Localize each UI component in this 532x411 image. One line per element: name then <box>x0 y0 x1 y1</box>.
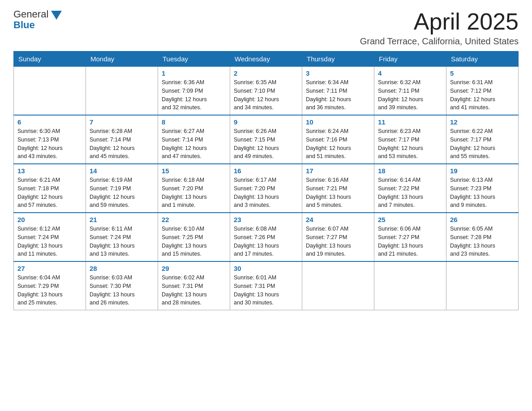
logo: General Blue <box>13 9 62 30</box>
day-info: Sunrise: 6:16 AM Sunset: 7:21 PM Dayligh… <box>306 176 370 210</box>
day-number: 6 <box>17 118 82 126</box>
day-info: Sunrise: 6:26 AM Sunset: 7:15 PM Dayligh… <box>234 127 298 161</box>
calendar-week-row: 1Sunrise: 6:36 AM Sunset: 7:09 PM Daylig… <box>14 67 519 116</box>
day-info: Sunrise: 6:31 AM Sunset: 7:12 PM Dayligh… <box>450 78 515 112</box>
day-info: Sunrise: 6:17 AM Sunset: 7:20 PM Dayligh… <box>234 176 298 210</box>
day-number: 24 <box>306 216 370 223</box>
calendar-week-row: 20Sunrise: 6:12 AM Sunset: 7:24 PM Dayli… <box>14 213 519 261</box>
day-info: Sunrise: 6:36 AM Sunset: 7:09 PM Dayligh… <box>162 78 226 112</box>
calendar-cell: 19Sunrise: 6:13 AM Sunset: 7:23 PM Dayli… <box>446 164 519 213</box>
day-number: 30 <box>234 265 298 272</box>
day-number: 23 <box>234 216 298 223</box>
calendar-week-row: 13Sunrise: 6:21 AM Sunset: 7:18 PM Dayli… <box>14 164 519 213</box>
title-section: April 2025 Grand Terrace, California, Un… <box>360 9 519 47</box>
day-info: Sunrise: 6:13 AM Sunset: 7:23 PM Dayligh… <box>450 176 515 210</box>
calendar-cell: 8Sunrise: 6:27 AM Sunset: 7:14 PM Daylig… <box>158 115 230 164</box>
calendar-cell: 7Sunrise: 6:28 AM Sunset: 7:14 PM Daylig… <box>86 115 158 164</box>
calendar-cell <box>14 67 86 116</box>
day-number: 11 <box>378 118 442 126</box>
day-number: 2 <box>234 69 298 77</box>
calendar-table: SundayMondayTuesdayWednesdayThursdayFrid… <box>13 51 519 310</box>
day-number: 18 <box>378 167 442 175</box>
calendar-cell: 1Sunrise: 6:36 AM Sunset: 7:09 PM Daylig… <box>158 67 230 116</box>
page-header: General Blue April 2025 Grand Terrace, C… <box>13 9 519 47</box>
day-number: 1 <box>162 69 226 77</box>
calendar-cell: 3Sunrise: 6:34 AM Sunset: 7:11 PM Daylig… <box>302 67 374 116</box>
day-info: Sunrise: 6:22 AM Sunset: 7:17 PM Dayligh… <box>450 127 515 161</box>
day-info: Sunrise: 6:11 AM Sunset: 7:24 PM Dayligh… <box>90 225 154 258</box>
day-info: Sunrise: 6:23 AM Sunset: 7:17 PM Dayligh… <box>378 127 442 161</box>
calendar-cell: 22Sunrise: 6:10 AM Sunset: 7:25 PM Dayli… <box>158 213 230 261</box>
calendar-cell <box>302 261 374 310</box>
day-number: 8 <box>162 118 226 126</box>
calendar-cell: 13Sunrise: 6:21 AM Sunset: 7:18 PM Dayli… <box>14 164 86 213</box>
calendar-cell: 12Sunrise: 6:22 AM Sunset: 7:17 PM Dayli… <box>446 115 519 164</box>
calendar-cell <box>374 261 446 310</box>
calendar-cell: 24Sunrise: 6:07 AM Sunset: 7:27 PM Dayli… <box>302 213 374 261</box>
day-number: 17 <box>306 167 370 175</box>
calendar-cell: 14Sunrise: 6:19 AM Sunset: 7:19 PM Dayli… <box>86 164 158 213</box>
day-info: Sunrise: 6:04 AM Sunset: 7:29 PM Dayligh… <box>17 274 82 307</box>
day-number: 5 <box>450 69 515 77</box>
calendar-cell: 20Sunrise: 6:12 AM Sunset: 7:24 PM Dayli… <box>14 213 86 261</box>
day-info: Sunrise: 6:02 AM Sunset: 7:31 PM Dayligh… <box>162 274 226 307</box>
calendar-cell: 9Sunrise: 6:26 AM Sunset: 7:15 PM Daylig… <box>230 115 302 164</box>
day-number: 29 <box>162 265 226 272</box>
logo-general-text: General <box>13 9 48 20</box>
calendar-cell: 17Sunrise: 6:16 AM Sunset: 7:21 PM Dayli… <box>302 164 374 213</box>
location-title: Grand Terrace, California, United States <box>360 36 519 47</box>
day-info: Sunrise: 6:05 AM Sunset: 7:28 PM Dayligh… <box>450 225 515 258</box>
day-number: 20 <box>17 216 82 223</box>
calendar-cell: 18Sunrise: 6:14 AM Sunset: 7:22 PM Dayli… <box>374 164 446 213</box>
logo-blue-text: Blue <box>13 19 35 30</box>
day-info: Sunrise: 6:06 AM Sunset: 7:27 PM Dayligh… <box>378 225 442 258</box>
day-info: Sunrise: 6:03 AM Sunset: 7:30 PM Dayligh… <box>90 274 154 307</box>
calendar-cell: 10Sunrise: 6:24 AM Sunset: 7:16 PM Dayli… <box>302 115 374 164</box>
calendar-cell: 16Sunrise: 6:17 AM Sunset: 7:20 PM Dayli… <box>230 164 302 213</box>
calendar-cell: 28Sunrise: 6:03 AM Sunset: 7:30 PM Dayli… <box>86 261 158 310</box>
calendar-day-header: Sunday <box>14 51 86 67</box>
day-number: 13 <box>17 167 82 175</box>
day-number: 9 <box>234 118 298 126</box>
calendar-cell: 2Sunrise: 6:35 AM Sunset: 7:10 PM Daylig… <box>230 67 302 116</box>
day-info: Sunrise: 6:18 AM Sunset: 7:20 PM Dayligh… <box>162 176 226 210</box>
calendar-cell: 25Sunrise: 6:06 AM Sunset: 7:27 PM Dayli… <box>374 213 446 261</box>
calendar-cell: 4Sunrise: 6:32 AM Sunset: 7:11 PM Daylig… <box>374 67 446 116</box>
calendar-day-header: Saturday <box>446 51 519 67</box>
day-number: 22 <box>162 216 226 223</box>
calendar-header-row: SundayMondayTuesdayWednesdayThursdayFrid… <box>14 51 519 67</box>
day-number: 16 <box>234 167 298 175</box>
logo-triangle-icon <box>51 11 62 20</box>
day-number: 27 <box>17 265 82 272</box>
calendar-cell: 21Sunrise: 6:11 AM Sunset: 7:24 PM Dayli… <box>86 213 158 261</box>
calendar-cell: 5Sunrise: 6:31 AM Sunset: 7:12 PM Daylig… <box>446 67 519 116</box>
calendar-cell <box>86 67 158 116</box>
day-info: Sunrise: 6:21 AM Sunset: 7:18 PM Dayligh… <box>17 176 82 210</box>
day-info: Sunrise: 6:32 AM Sunset: 7:11 PM Dayligh… <box>378 78 442 112</box>
day-number: 3 <box>306 69 370 77</box>
calendar-day-header: Monday <box>86 51 158 67</box>
day-number: 4 <box>378 69 442 77</box>
month-title: April 2025 <box>360 9 519 34</box>
calendar-cell: 23Sunrise: 6:08 AM Sunset: 7:26 PM Dayli… <box>230 213 302 261</box>
day-number: 7 <box>90 118 154 126</box>
day-number: 19 <box>450 167 515 175</box>
day-info: Sunrise: 6:07 AM Sunset: 7:27 PM Dayligh… <box>306 225 370 258</box>
calendar-cell: 15Sunrise: 6:18 AM Sunset: 7:20 PM Dayli… <box>158 164 230 213</box>
calendar-cell: 11Sunrise: 6:23 AM Sunset: 7:17 PM Dayli… <box>374 115 446 164</box>
calendar-cell <box>446 261 519 310</box>
day-number: 26 <box>450 216 515 223</box>
calendar-day-header: Thursday <box>302 51 374 67</box>
calendar-cell: 26Sunrise: 6:05 AM Sunset: 7:28 PM Dayli… <box>446 213 519 261</box>
day-number: 21 <box>90 216 154 223</box>
day-info: Sunrise: 6:08 AM Sunset: 7:26 PM Dayligh… <box>234 225 298 258</box>
day-number: 28 <box>90 265 154 272</box>
calendar-week-row: 27Sunrise: 6:04 AM Sunset: 7:29 PM Dayli… <box>14 261 519 310</box>
day-info: Sunrise: 6:27 AM Sunset: 7:14 PM Dayligh… <box>162 127 226 161</box>
calendar-week-row: 6Sunrise: 6:30 AM Sunset: 7:13 PM Daylig… <box>14 115 519 164</box>
day-info: Sunrise: 6:12 AM Sunset: 7:24 PM Dayligh… <box>17 225 82 258</box>
day-info: Sunrise: 6:01 AM Sunset: 7:31 PM Dayligh… <box>234 274 298 307</box>
day-info: Sunrise: 6:35 AM Sunset: 7:10 PM Dayligh… <box>234 78 298 112</box>
calendar-day-header: Friday <box>374 51 446 67</box>
calendar-day-header: Tuesday <box>158 51 230 67</box>
